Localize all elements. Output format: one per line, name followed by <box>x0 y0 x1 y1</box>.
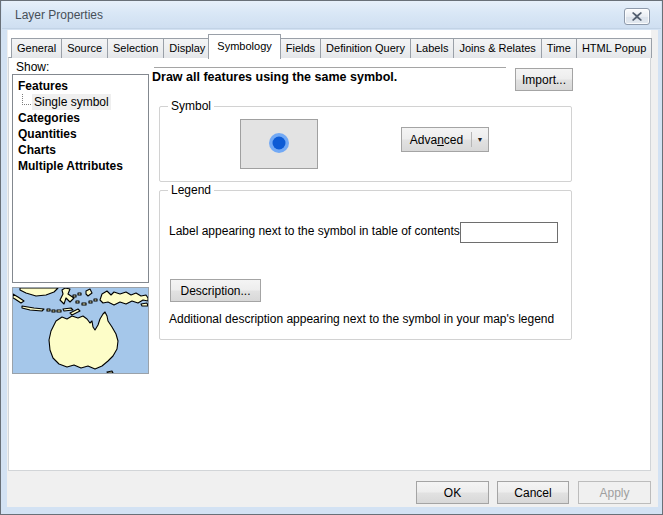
tab-general[interactable]: General <box>11 38 62 58</box>
tab-selection[interactable]: Selection <box>107 38 164 58</box>
legend-groupbox: Legend Label appearing next to the symbo… <box>159 190 572 340</box>
symbol-preview-button[interactable] <box>240 119 318 169</box>
symbol-group-title: Symbol <box>168 99 214 113</box>
tab-definition-query[interactable]: Definition Query <box>320 38 411 58</box>
tree-item-charts[interactable]: Charts <box>13 142 148 158</box>
tree-item-quantities[interactable]: Quantities <box>13 126 148 142</box>
tab-html-popup[interactable]: HTML Popup <box>576 38 652 58</box>
tab-joins-relates[interactable]: Joins & Relates <box>453 38 541 58</box>
map-australia <box>49 312 118 369</box>
titlebar[interactable]: Layer Properties <box>2 1 661 29</box>
map-new-britain <box>141 303 148 306</box>
tab-symbology[interactable]: Symbology <box>208 34 280 59</box>
close-icon <box>632 10 642 24</box>
window-title: Layer Properties <box>15 8 103 22</box>
tab-time[interactable]: Time <box>541 38 577 58</box>
close-button[interactable] <box>624 8 650 25</box>
tree-connector-icon <box>22 94 31 105</box>
legend-label-text: Label appearing next to the symbol in ta… <box>169 224 463 238</box>
tab-source[interactable]: Source <box>61 38 108 58</box>
ok-button[interactable]: OK <box>416 481 489 504</box>
map-preview <box>12 287 149 374</box>
advanced-dropdown-button[interactable]: Advanced ▼ <box>401 127 489 152</box>
tree-item-multiple-attributes[interactable]: Multiple Attributes <box>13 158 148 174</box>
tab-strip: General Source Selection Display Symbolo… <box>8 30 651 58</box>
tree-item-single-symbol[interactable]: Single symbol <box>13 94 148 110</box>
point-symbol-icon <box>268 132 290 157</box>
description-button[interactable]: Description... <box>170 279 261 302</box>
chevron-down-icon: ▼ <box>472 136 488 143</box>
apply-button: Apply <box>578 481 651 504</box>
show-label: Show: <box>16 60 49 74</box>
layer-properties-dialog: Layer Properties General Source Selectio… <box>0 0 663 515</box>
map-tasmania <box>107 371 113 373</box>
tab-fields[interactable]: Fields <box>280 38 321 58</box>
additional-description-text: Additional description appearing next to… <box>169 312 554 326</box>
tree-item-categories[interactable]: Categories <box>13 110 148 126</box>
tree-item-features[interactable]: Features <box>13 78 148 94</box>
header-divider <box>154 67 506 68</box>
show-tree-listbox[interactable]: Features Single symbol Categories Quanti… <box>12 74 149 283</box>
symbol-groupbox: Symbol Advanced ▼ <box>159 106 572 182</box>
symbology-tab-page: Show: Features Single symbol Categories … <box>8 57 651 471</box>
advanced-button-label: Advanced <box>402 133 471 147</box>
legend-group-title: Legend <box>168 183 214 197</box>
tab-display[interactable]: Display <box>163 38 211 58</box>
map-flores <box>63 308 73 311</box>
tab-labels[interactable]: Labels <box>410 38 454 58</box>
cancel-button[interactable]: Cancel <box>497 481 569 504</box>
page-heading: Draw all features using the same symbol. <box>152 70 397 84</box>
import-button[interactable]: Import... <box>515 68 573 91</box>
legend-label-input[interactable] <box>460 222 558 243</box>
